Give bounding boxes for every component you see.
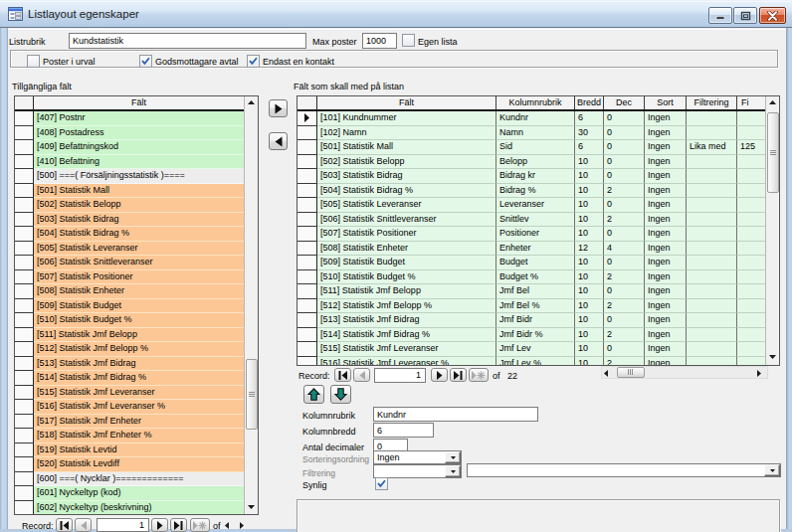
available-field-row[interactable]: [501] Statistik Mall: [15, 184, 244, 199]
row-selector[interactable]: [297, 313, 317, 328]
available-field-row[interactable]: [511] Statistik Jmf Belopp: [15, 328, 244, 343]
available-field-row[interactable]: [410] Befattning: [15, 155, 244, 170]
cell[interactable]: [502] Statistik Belopp: [317, 155, 496, 170]
last-record-button[interactable]: [170, 518, 187, 532]
available-field-row[interactable]: [508] Statistik Enheter: [15, 284, 244, 299]
cell[interactable]: Namn: [496, 126, 575, 141]
cell[interactable]: 2: [604, 270, 645, 285]
row-selector[interactable]: [297, 126, 317, 141]
cell[interactable]: Ingen: [645, 126, 687, 141]
cell[interactable]: [687, 284, 737, 299]
field-name-cell[interactable]: [518] Statistik Jmf Enheter %: [34, 429, 244, 443]
cell[interactable]: [737, 328, 765, 343]
cell[interactable]: 10: [575, 155, 604, 170]
cell[interactable]: Ingen: [645, 198, 687, 213]
cell[interactable]: Lika med: [687, 140, 737, 155]
row-selector[interactable]: [15, 198, 34, 213]
field-name-cell[interactable]: [410] Befattning: [34, 155, 244, 170]
cell[interactable]: 12: [575, 242, 604, 257]
cell[interactable]: 0: [604, 198, 645, 213]
cell[interactable]: Ingen: [645, 227, 687, 242]
scroll-right-icon[interactable]: [240, 521, 244, 531]
minimize-button[interactable]: [708, 7, 732, 24]
cell[interactable]: [514] Statistik Jmf Bidrag %: [317, 328, 496, 343]
available-field-row[interactable]: [601] Nyckeltyp (kod): [15, 486, 244, 501]
row-selector[interactable]: [15, 457, 34, 472]
field-name-cell[interactable]: [515] Statistik Jmf Leveranser: [34, 386, 244, 401]
filtervarde-combobox[interactable]: [467, 463, 781, 477]
cell[interactable]: [513] Statistik Jmf Bidrag: [317, 313, 496, 328]
column-header-filtrering[interactable]: Filtrering: [687, 96, 737, 109]
cell[interactable]: [737, 342, 765, 357]
listrubrik-input[interactable]: Kundstatistik: [69, 33, 306, 49]
selected-field-row[interactable]: [505] Statistik LeveranserLeveranser100I…: [297, 198, 765, 213]
cell[interactable]: 2: [604, 328, 645, 343]
row-selector[interactable]: [15, 429, 34, 443]
row-selector[interactable]: [297, 242, 317, 257]
row-selector[interactable]: [15, 313, 34, 328]
cell[interactable]: Jmf Lev: [496, 342, 575, 357]
cell[interactable]: 0: [604, 155, 645, 170]
cell[interactable]: [687, 198, 737, 213]
selected-field-row[interactable]: [504] Statistik Bidrag %Bidrag %102Ingen: [297, 184, 765, 199]
max-poster-input[interactable]: 1000: [362, 33, 397, 49]
cell[interactable]: Ingen: [645, 270, 687, 285]
cell[interactable]: 0: [604, 140, 645, 155]
available-field-row[interactable]: [515] Statistik Jmf Leveranser: [15, 386, 244, 401]
cell[interactable]: [501] Statistik Mall: [317, 140, 496, 155]
selected-field-row[interactable]: [510] Statistik Budget %Budget %102Ingen: [297, 270, 765, 285]
field-name-cell[interactable]: [601] Nyckeltyp (kod): [34, 486, 244, 501]
cell[interactable]: [687, 184, 737, 199]
available-field-row[interactable]: [409] Befattningskod: [15, 140, 244, 155]
endast-en-kontakt-checkbox[interactable]: [247, 55, 260, 68]
cell[interactable]: [687, 213, 737, 228]
selected-field-row[interactable]: [506] Statistik SnittleveranserSnittlev1…: [297, 213, 765, 228]
scroll-down-icon[interactable]: [766, 355, 779, 359]
cell[interactable]: 10: [575, 184, 604, 199]
row-selector[interactable]: [15, 386, 34, 401]
cell[interactable]: 10: [575, 313, 604, 328]
available-field-row[interactable]: [520] Statistik Levdiff: [15, 457, 244, 472]
cell[interactable]: 0: [604, 284, 645, 299]
cell[interactable]: [737, 198, 765, 213]
cell[interactable]: Belopp: [496, 155, 575, 170]
field-name-cell[interactable]: [513] Statistik Jmf Bidrag: [34, 357, 244, 372]
row-selector[interactable]: [297, 198, 317, 213]
field-name-cell[interactable]: [509] Statistik Budget: [34, 299, 244, 314]
cell[interactable]: [737, 126, 765, 141]
scroll-left-icon[interactable]: [225, 521, 229, 531]
cell[interactable]: [737, 242, 765, 257]
available-field-row[interactable]: [509] Statistik Budget: [15, 299, 244, 314]
cell[interactable]: 4: [604, 242, 645, 257]
cell[interactable]: [737, 256, 765, 270]
scroll-up-icon[interactable]: [766, 100, 779, 104]
current-record-input[interactable]: 1: [97, 518, 149, 532]
cell[interactable]: 10: [575, 270, 604, 285]
cell[interactable]: [504] Statistik Bidrag %: [317, 184, 496, 199]
field-name-cell[interactable]: [502] Statistik Belopp: [34, 198, 244, 213]
cell[interactable]: Bidrag kr: [496, 169, 575, 184]
cell[interactable]: Ingen: [645, 299, 687, 314]
selected-field-row[interactable]: [508] Statistik EnheterEnheter124Ingen: [297, 242, 765, 257]
move-down-button[interactable]: [330, 385, 351, 404]
cell[interactable]: Jmf Bel: [496, 284, 575, 299]
row-selector[interactable]: [15, 501, 34, 515]
cell[interactable]: 2: [604, 184, 645, 199]
field-name-cell[interactable]: [510] Statistik Budget %: [34, 313, 244, 328]
cell[interactable]: Bidrag %: [496, 184, 575, 199]
cell[interactable]: Ingen: [645, 140, 687, 155]
selected-field-row[interactable]: [502] Statistik BeloppBelopp100Ingen: [297, 155, 765, 170]
row-selector[interactable]: [15, 213, 34, 228]
new-record-button[interactable]: [469, 368, 489, 382]
row-selector[interactable]: [297, 227, 317, 242]
row-selector[interactable]: [15, 126, 34, 141]
column-header-bredd[interactable]: Bredd: [575, 96, 604, 109]
selected-field-row[interactable]: [101] KundnummerKundnr60Ingen: [297, 111, 765, 126]
row-selector[interactable]: [15, 140, 34, 155]
scroll-down-icon[interactable]: [245, 505, 258, 509]
close-button[interactable]: [759, 7, 786, 24]
row-selector[interactable]: [297, 357, 317, 366]
scroll-left-icon[interactable]: [604, 369, 608, 379]
next-record-button[interactable]: [151, 518, 168, 532]
cell[interactable]: [101] Kundnummer: [317, 111, 496, 126]
